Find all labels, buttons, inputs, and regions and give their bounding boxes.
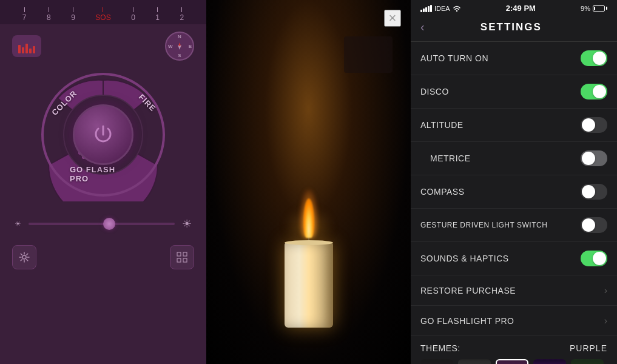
chevron-right-icon: › xyxy=(604,285,607,296)
svg-rect-8 xyxy=(183,252,187,256)
go-flash-label[interactable]: GO FLASH PRO xyxy=(70,165,137,183)
theme-inner: 🔒 xyxy=(572,360,602,364)
top-controls: N S E W xyxy=(0,24,206,68)
theme-violet[interactable]: 🔒 xyxy=(533,359,566,364)
gesture-label: GESTURE DRIVEN LIGHT SWITCH xyxy=(420,221,547,229)
carrier-label: IDEA xyxy=(434,5,450,12)
restore-label: RESTORE PURCHASE xyxy=(420,286,516,295)
compass-north: N xyxy=(178,34,181,39)
toggle-thumb xyxy=(593,252,606,265)
compass-label: COMPASS xyxy=(420,187,464,197)
battery-percent: 9% xyxy=(581,5,590,12)
svg-rect-7 xyxy=(177,252,181,256)
battery-fill xyxy=(594,7,595,10)
signal-bar-2 xyxy=(423,8,425,12)
toggle-thumb xyxy=(593,85,606,98)
settings-panel: IDEA 2:49 PM 9% ‹ SETTINGS AUTO TURN xyxy=(411,0,617,364)
ruler: 7 8 9 SOS 0 1 xyxy=(0,0,206,24)
brightness-slider-thumb[interactable] xyxy=(103,218,115,230)
equalizer-button[interactable] xyxy=(12,35,41,57)
setting-compass: COMPASS xyxy=(411,175,617,209)
brightness-row: ☀ ☀ xyxy=(0,207,206,240)
power-button[interactable] xyxy=(73,104,133,165)
signal-bar-3 xyxy=(425,7,427,12)
metrice-label: METRICE xyxy=(430,153,471,163)
eq-bar-3 xyxy=(25,44,28,53)
signal-bar-4 xyxy=(428,6,430,12)
ruler-mark-9: 9 xyxy=(71,7,75,22)
settings-list: AUTO TURN ON DISCO ALTITUDE METRICE xyxy=(411,42,617,364)
metrice-toggle[interactable] xyxy=(581,150,607,166)
grid-icon xyxy=(177,252,187,263)
bottom-row xyxy=(0,240,206,274)
ruler-mark-1: 1 xyxy=(155,7,160,22)
battery-tip xyxy=(606,7,607,10)
altitude-toggle[interactable] xyxy=(581,117,607,133)
themes-label: THEMES: xyxy=(420,343,460,353)
signal-bars xyxy=(420,5,432,12)
themes-row: 🔒 🔒 xyxy=(420,359,607,364)
toggle-thumb xyxy=(582,152,595,165)
battery-body xyxy=(593,5,605,12)
compass-needle-icon xyxy=(175,41,184,51)
compass-toggle[interactable] xyxy=(581,184,607,200)
compass-south: S xyxy=(178,53,181,58)
background-monitor xyxy=(344,36,393,73)
compass-widget: N S E W xyxy=(165,32,194,61)
theme-purple[interactable] xyxy=(496,359,528,364)
theme-gray[interactable] xyxy=(458,359,491,364)
disco-toggle[interactable] xyxy=(581,84,607,99)
eq-bar-2 xyxy=(22,47,24,53)
gesture-toggle[interactable] xyxy=(581,217,607,233)
status-left: IDEA xyxy=(420,4,461,13)
candle-top xyxy=(285,240,333,245)
theme-inner: 🔒 xyxy=(534,360,565,364)
theme-army[interactable]: 🔒 xyxy=(571,359,604,364)
auto-turn-on-label: AUTO TURN ON xyxy=(420,53,488,63)
ruler-mark-7: 7 xyxy=(22,7,27,22)
ruler-mark-0: 0 xyxy=(131,7,135,22)
signal-bar-5 xyxy=(430,5,432,12)
themes-header: THEMES: PURPLE xyxy=(420,343,607,353)
ruler-mark-sos: SOS xyxy=(95,7,110,22)
toggle-thumb xyxy=(593,52,606,65)
main-control: COLOR FIRE GO FLASH PRO xyxy=(36,68,170,201)
setting-restore[interactable]: RESTORE PURCHASE › xyxy=(411,275,617,306)
setting-gesture: GESTURE DRIVEN LIGHT SWITCH xyxy=(411,209,617,242)
setting-altitude: ALTITUDE xyxy=(411,109,617,142)
auto-turn-on-toggle[interactable] xyxy=(581,50,607,66)
candle-body xyxy=(285,243,333,328)
svg-rect-10 xyxy=(183,258,187,262)
battery-icon xyxy=(593,5,607,12)
sounds-label: SOUNDS & HAPTICS xyxy=(420,254,509,263)
brightness-slider-track xyxy=(29,223,175,225)
theme-inner xyxy=(497,360,527,364)
altitude-label: ALTITUDE xyxy=(420,120,464,130)
grid-button[interactable] xyxy=(170,245,194,269)
svg-rect-9 xyxy=(177,258,181,262)
flashlight-panel: 7 8 9 SOS 0 1 xyxy=(0,0,206,364)
theme-dark[interactable] xyxy=(420,359,453,364)
setting-go-flashlight[interactable]: GO FLASHLIGHT PRO › xyxy=(411,306,617,336)
power-icon xyxy=(91,123,115,147)
gear-icon xyxy=(18,251,30,263)
compass-east: E xyxy=(189,44,192,49)
compass-west: W xyxy=(168,44,173,49)
setting-sounds: SOUNDS & HAPTICS xyxy=(411,242,617,275)
back-button[interactable]: ‹ xyxy=(420,20,425,34)
ruler-mark-2: 2 xyxy=(180,7,184,22)
eq-bar-5 xyxy=(33,46,35,53)
sounds-toggle[interactable] xyxy=(581,251,607,266)
themes-current-value: PURPLE xyxy=(570,343,607,353)
svg-point-11 xyxy=(456,10,457,11)
close-button[interactable]: × xyxy=(384,10,401,27)
wifi-icon xyxy=(453,4,461,13)
candle-scene: × xyxy=(206,0,411,364)
disco-label: DISCO xyxy=(420,87,449,96)
status-right: 9% xyxy=(581,5,607,12)
settings-button[interactable] xyxy=(12,245,36,269)
status-time: 2:49 PM xyxy=(506,4,536,13)
chevron-right-icon-2: › xyxy=(604,315,607,326)
themes-section: THEMES: PURPLE xyxy=(411,336,617,364)
status-bar: IDEA 2:49 PM 9% xyxy=(411,0,617,15)
